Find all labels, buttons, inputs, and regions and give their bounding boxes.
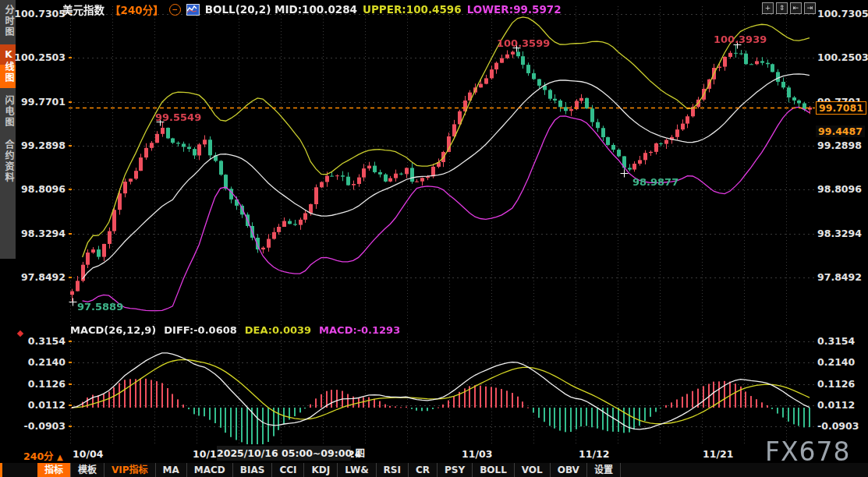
macd-hist-value: MACD:-0.1293 xyxy=(319,324,400,336)
annotation-99.5549: 99.5549 xyxy=(155,111,201,123)
bottom-tab-obv[interactable]: OBV xyxy=(551,463,587,477)
period-label: 【240分】 xyxy=(110,2,164,17)
indicator-toolbar: 指标模板VIP指标MAMACDBIASCCIKDJLW&RSICRPSYBOLL… xyxy=(0,463,868,477)
macd-tick-left: 0.3154 xyxy=(0,335,66,347)
macd-tick-right: 0.0112 xyxy=(817,399,867,411)
price-tick-left: 100.2503 xyxy=(0,51,66,63)
bottom-tab-kdj[interactable]: KDJ xyxy=(304,463,338,477)
bottom-tab-boll[interactable]: BOLL xyxy=(473,463,515,477)
bottom-tab-vol[interactable]: VOL xyxy=(515,463,551,477)
annotation-97.5889: 97.5889 xyxy=(77,301,123,313)
macd-params-label: MACD(26,12,9) xyxy=(70,324,156,336)
candlestick-chart-canvas[interactable] xyxy=(69,6,815,326)
zoom-horizontal-axis-icon[interactable]: ⇤ xyxy=(790,2,802,14)
zoom-vertical-axis-icon[interactable]: ⇕ xyxy=(776,2,788,14)
chart-application: 分时图K线图闪电图合约资料 美元指数 【240分】 − BOLL(20,2) M… xyxy=(0,0,868,477)
chart-header: 美元指数 【240分】 − BOLL(20,2) MID:100.0284 UP… xyxy=(62,2,562,16)
bottom-tab-vip-indicators[interactable]: VIP指标 xyxy=(105,463,156,477)
bottom-tab-cci[interactable]: CCI xyxy=(272,463,304,477)
macd-chart-canvas[interactable] xyxy=(69,334,815,444)
bottom-tab-cr[interactable]: CR xyxy=(409,463,438,477)
chart-type-sidebar: 分时图K线图闪电图合约资料 xyxy=(0,0,16,259)
price-tick-left: 98.8096 xyxy=(0,183,66,195)
crosshair-circle-icon[interactable]: − xyxy=(169,4,181,16)
bottom-tab-ma[interactable]: MA xyxy=(156,463,187,477)
bar-range-tooltip: 2025/10/16 05:00~09:00 四 xyxy=(217,446,351,461)
price-tick-right: 99.2898 xyxy=(817,140,867,151)
current-price-marker: 99.7081 xyxy=(816,101,866,115)
secondary-price-marker: 99.4487 xyxy=(816,125,865,137)
date-tick-11-03: 11/03 xyxy=(462,448,492,460)
macd-dea-value: DEA:0.0039 xyxy=(245,324,311,336)
macd-tick-right: -0.0903 xyxy=(817,420,867,432)
annotation-98.9877: 98.9877 xyxy=(632,176,678,188)
macd-diff-value: DIFF:-0.0608 xyxy=(164,324,236,336)
chart-tool-icons: +⇕⇤⇥ xyxy=(762,2,816,14)
macd-header: MACD(26,12,9) DIFF:-0.0608 DEA:0.0039 MA… xyxy=(70,324,400,336)
price-tick-right: 97.8492 xyxy=(817,271,867,283)
bottom-tab-psy[interactable]: PSY xyxy=(438,463,473,477)
sidebar-tab-time-chart[interactable]: 分时图 xyxy=(0,0,16,42)
mini-chart-icon[interactable] xyxy=(186,4,200,16)
macd-tick-right: 0.1126 xyxy=(817,378,867,390)
boll-lower-value: LOWER:99.5972 xyxy=(467,3,562,16)
price-tick-right: 100.7305 xyxy=(817,8,867,19)
annotation-100.3939: 100.3939 xyxy=(714,34,767,45)
price-tick-left: 99.7701 xyxy=(0,96,66,108)
pan-icon[interactable]: + xyxy=(762,2,774,14)
price-tick-left: 100.7305 xyxy=(0,8,66,19)
bottom-tab-settings[interactable]: 设置 xyxy=(587,463,621,477)
up-triangle-icon: ▲ xyxy=(57,453,63,461)
bottom-tab-macd[interactable]: MACD xyxy=(187,463,233,477)
toolbar-edge-accent xyxy=(0,463,2,477)
macd-tick-right: 0.2140 xyxy=(817,356,867,368)
macd-tick-left: -0.0903 xyxy=(0,420,66,432)
symbol-name: 美元指数 xyxy=(62,2,105,17)
bottom-tab-indicators[interactable]: 指标 xyxy=(37,463,71,477)
boll-indicator-label: BOLL(20,2) MID:100.0284 xyxy=(205,3,357,16)
shift-right-icon[interactable]: ⇥ xyxy=(804,2,816,14)
annotation-100.3599: 100.3599 xyxy=(497,37,550,49)
macd-tick-right: 0.3154 xyxy=(817,335,867,347)
macd-tick-left: 0.0112 xyxy=(0,399,66,411)
price-tick-left: 99.2898 xyxy=(0,140,66,151)
price-tick-left: 97.8492 xyxy=(0,271,66,283)
date-tick-11-12: 11/12 xyxy=(579,448,609,460)
price-tick-right: 100.2503 xyxy=(817,51,867,63)
date-tick-10-04: 10/04 xyxy=(73,448,103,460)
price-tick-right: 98.8096 xyxy=(817,183,867,195)
bottom-tab-lwr[interactable]: LW& xyxy=(338,463,376,477)
macd-tick-left: 0.2140 xyxy=(0,356,66,368)
boll-upper-value: UPPER:100.4596 xyxy=(363,3,462,16)
macd-tick-left: 0.1126 xyxy=(0,378,66,390)
bottom-tab-templates[interactable]: 模板 xyxy=(71,463,105,477)
price-tick-left: 98.3294 xyxy=(0,228,66,239)
date-tick-11-21: 11/21 xyxy=(703,448,733,460)
price-tick-right: 98.3294 xyxy=(817,228,867,239)
timeframe-badge[interactable]: 240分 ▲ xyxy=(23,448,63,463)
bottom-tab-rsi[interactable]: RSI xyxy=(377,463,409,477)
bottom-tab-bias[interactable]: BIAS xyxy=(233,463,273,477)
